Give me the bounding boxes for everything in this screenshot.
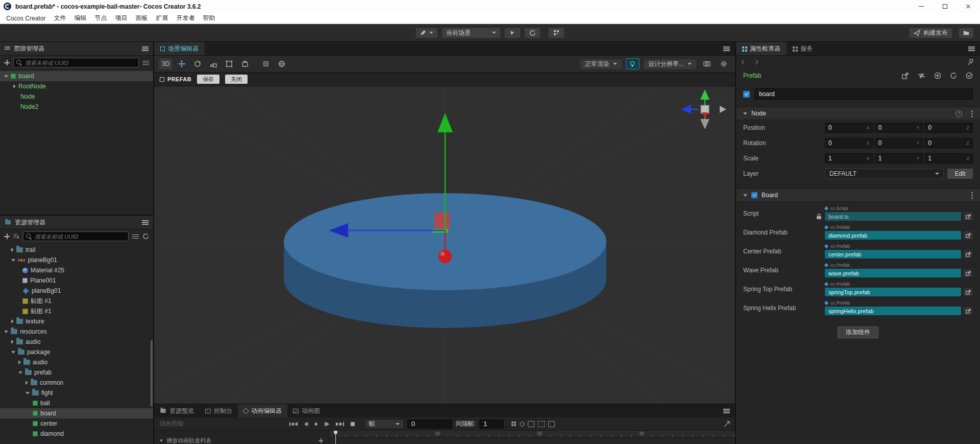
layer-edit-button[interactable]: Edit	[947, 169, 973, 179]
collapse-caret-icon[interactable]	[160, 439, 163, 441]
lighting-toggle-button[interactable]	[626, 58, 640, 69]
asset-folder-fight[interactable]: fight	[0, 388, 153, 398]
menu-edit[interactable]: 编辑	[70, 14, 90, 22]
assets-list-mode-icon[interactable]	[132, 234, 139, 239]
gizmo-expand-arrow[interactable]	[720, 106, 726, 113]
asset-fbx-planebg01[interactable]: FBX planeBg01	[0, 255, 153, 265]
projection-3d-button[interactable]: 3D	[159, 58, 173, 69]
help-icon[interactable]	[955, 110, 962, 117]
scene-viewport[interactable]	[154, 86, 735, 404]
bottom-panel-menu-icon[interactable]	[723, 408, 730, 413]
position-x-input[interactable]: 0X	[825, 123, 873, 133]
collapse-caret-icon[interactable]	[4, 331, 8, 333]
asset-plane001[interactable]: Plane001	[0, 275, 153, 286]
hierarchy-node-node2[interactable]: Node2	[0, 102, 153, 112]
play-button[interactable]	[504, 28, 521, 38]
snap-grid-icon[interactable]	[511, 422, 513, 424]
asset-folder-package[interactable]: package	[0, 347, 153, 357]
asset-folder-common[interactable]: common	[0, 378, 153, 388]
tab-service[interactable]: 服务	[787, 42, 819, 55]
menu-panel[interactable]: 面板	[131, 14, 152, 22]
scene-settings-button[interactable]	[717, 58, 730, 69]
edit-prefab-icon[interactable]	[902, 72, 909, 79]
hierarchy-node-node[interactable]: Node	[0, 91, 153, 102]
layer-dropdown[interactable]: DEFAULT	[825, 169, 944, 179]
interval-input[interactable]	[479, 419, 504, 429]
coordinate-toggle-button[interactable]	[275, 58, 288, 69]
prefab-save-button[interactable]: 保存	[197, 75, 219, 84]
asset-prefab-board[interactable]: board	[0, 408, 153, 418]
collapse-caret-icon[interactable]	[743, 194, 747, 197]
maximize-button[interactable]	[933, 0, 957, 13]
menu-extension[interactable]: 扩展	[152, 14, 172, 22]
tab-animation-editor[interactable]: 动画编辑器	[238, 404, 287, 417]
tab-inspector[interactable]: 属性检查器	[736, 42, 787, 55]
reset-prefab-icon[interactable]	[950, 72, 957, 79]
wave-prefab-pick-button[interactable]	[963, 269, 973, 277]
board-menu-icon[interactable]	[971, 195, 973, 196]
spring-top-prefab-field[interactable]: springTop.prefab	[825, 288, 961, 296]
collapse-caret-icon[interactable]	[26, 392, 30, 394]
inspector-menu-icon[interactable]	[968, 46, 975, 51]
rotation-x-input[interactable]: 0X	[825, 138, 873, 148]
build-publish-button[interactable]: 构建发布	[909, 28, 952, 38]
create-node-icon[interactable]	[4, 60, 10, 65]
rotation-y-input[interactable]: 0Y	[875, 138, 923, 148]
add-component-button[interactable]: 添加组件	[838, 326, 878, 338]
expand-caret-icon[interactable]	[11, 340, 14, 344]
collapse-caret-icon[interactable]	[11, 259, 15, 262]
expand-caret-icon[interactable]	[11, 319, 14, 323]
diamond-prefab-pick-button[interactable]	[963, 231, 973, 240]
tab-animation-graph[interactable]: 动画图	[287, 404, 326, 417]
menu-developer[interactable]: 开发者	[172, 14, 199, 22]
center-prefab-pick-button[interactable]	[963, 250, 973, 259]
tab-scene-editor[interactable]: 场景编辑器	[154, 42, 205, 55]
timeline-ruler-pane[interactable]: 10 20 30	[329, 431, 735, 444]
skip-to-end-button[interactable]	[334, 422, 346, 426]
menu-project[interactable]: 项目	[111, 14, 131, 22]
open-project-folder-button[interactable]	[959, 28, 974, 38]
expand-caret-icon[interactable]	[18, 360, 21, 364]
current-frame-input[interactable]	[407, 419, 452, 429]
tab-asset-preview[interactable]: 资源预览	[154, 404, 200, 417]
close-button[interactable]	[957, 0, 980, 13]
hierarchy-search-input[interactable]	[25, 60, 136, 66]
collapse-caret-icon[interactable]	[11, 351, 15, 354]
expand-caret-icon[interactable]	[26, 381, 28, 385]
hierarchy-filter-icon[interactable]	[142, 60, 149, 65]
hierarchy-node-board[interactable]: board	[0, 71, 153, 81]
history-back-icon[interactable]	[742, 59, 747, 64]
hierarchy-node-rootnode[interactable]: RootNode	[0, 81, 153, 91]
preview-on-device-button[interactable]	[548, 28, 565, 38]
diamond-prefab-field[interactable]: diamond.prefab	[825, 231, 961, 240]
spring-helix-prefab-pick-button[interactable]	[963, 307, 973, 315]
expand-caret-icon[interactable]	[11, 248, 14, 252]
collapse-caret-icon[interactable]	[743, 112, 747, 115]
expand-panel-icon[interactable]	[724, 421, 730, 427]
position-y-input[interactable]: 0Y	[875, 123, 923, 133]
child-cube-mesh[interactable]	[434, 213, 450, 229]
node-name-input[interactable]: board	[754, 88, 973, 100]
board-enabled-checkbox[interactable]	[751, 192, 757, 198]
paste-keyframe-icon[interactable]	[538, 421, 545, 427]
scale-y-input[interactable]: 1Y	[875, 153, 923, 163]
collapse-caret-icon[interactable]	[4, 75, 8, 78]
skip-to-start-button[interactable]	[288, 422, 299, 426]
wave-prefab-field[interactable]: wave.prefab	[825, 269, 961, 277]
asset-folder-prefab[interactable]: prefab	[0, 367, 153, 378]
asset-folder-resources[interactable]: resources	[0, 326, 153, 337]
node-section-header[interactable]: Node	[736, 107, 980, 120]
prev-frame-button[interactable]	[303, 422, 310, 426]
assets-scrollbar[interactable]	[151, 340, 153, 407]
history-forward-icon[interactable]	[753, 59, 758, 64]
current-scene-dropdown[interactable]: 当前场景	[442, 28, 501, 38]
minimize-button[interactable]	[910, 0, 933, 13]
asset-folder-audio-inner[interactable]: audio	[0, 357, 153, 367]
add-instance-icon[interactable]	[934, 72, 941, 79]
menu-file[interactable]: 文件	[50, 14, 70, 22]
spring-top-prefab-pick-button[interactable]	[963, 288, 973, 296]
asset-prefab-ball[interactable]: ball	[0, 398, 153, 408]
asset-texture-1[interactable]: 贴图 #1	[0, 296, 153, 306]
board-section-header[interactable]: Board	[736, 189, 980, 202]
node-active-checkbox[interactable]	[743, 91, 750, 98]
